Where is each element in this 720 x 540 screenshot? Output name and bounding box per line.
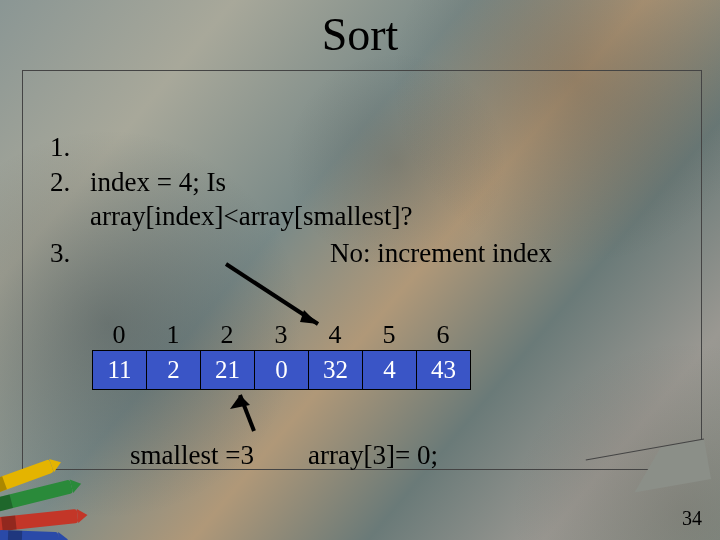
step-2: 2. index = 4; Is array[index]<array[smal…: [50, 165, 690, 234]
array-cell: 4: [363, 351, 417, 389]
step-number: 2.: [50, 165, 90, 234]
index-label: 6: [416, 320, 470, 350]
array-diagram: 0 1 2 3 4 5 6 11 2 21 0 32 4 43: [92, 320, 471, 390]
step-2-line-1: index = 4; Is: [90, 165, 690, 200]
svg-line-2: [240, 395, 254, 431]
smallest-label: smallest =3: [130, 440, 254, 471]
crayons-decoration: [0, 464, 106, 540]
array-cell: 11: [93, 351, 147, 389]
index-label: 3: [254, 320, 308, 350]
step-2-line-2: array[index]<array[smallest]?: [90, 199, 690, 234]
step-3: 3. No: increment index: [50, 236, 690, 271]
array-cell: 43: [417, 351, 470, 389]
index-label: 0: [92, 320, 146, 350]
up-arrow-icon: [226, 387, 266, 433]
crayon-icon: [0, 509, 78, 532]
step-number: 1.: [50, 130, 90, 165]
page-title: Sort: [0, 8, 720, 61]
slide-number: 34: [682, 507, 702, 530]
svg-line-0: [226, 264, 318, 324]
array-cell: 0: [255, 351, 309, 389]
step-number: 3.: [50, 236, 90, 271]
array-cell: 2: [147, 351, 201, 389]
index-label: 5: [362, 320, 416, 350]
array-cell: 32: [309, 351, 363, 389]
array-cell: 21: [201, 351, 255, 389]
steps-list: 1. 2. index = 4; Is array[index]<array[s…: [50, 130, 690, 270]
array-cells: 11 2 21 0 32 4 43: [92, 350, 471, 390]
svg-marker-3: [230, 395, 250, 409]
step-1: 1.: [50, 130, 690, 165]
bottom-annotations: smallest =3 array[3]= 0;: [130, 440, 438, 471]
index-label: 1: [146, 320, 200, 350]
crayon-icon: [0, 530, 58, 540]
index-label: 4: [308, 320, 362, 350]
step-3-text: No: increment index: [90, 236, 690, 271]
array-value-label: array[3]= 0;: [308, 440, 438, 471]
index-label: 2: [200, 320, 254, 350]
array-indices: 0 1 2 3 4 5 6: [92, 320, 471, 350]
